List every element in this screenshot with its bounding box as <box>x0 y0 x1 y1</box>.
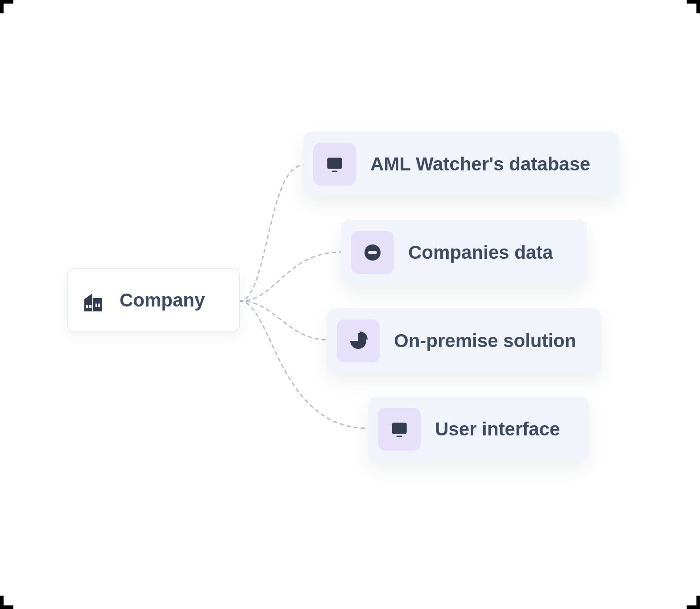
leaf-node-on-premise: On-premise solution <box>327 308 601 373</box>
svg-rect-4 <box>98 303 100 307</box>
frame-corner <box>0 596 4 609</box>
diagram-canvas: Company AML Watcher's database Companies… <box>0 0 700 609</box>
svg-rect-2 <box>89 305 91 308</box>
root-node-company: Company <box>67 268 240 332</box>
leaf-node-companies-data: Companies data <box>341 220 587 285</box>
root-node-label: Company <box>120 290 205 311</box>
leaf-node-user-interface: User interface <box>368 397 589 461</box>
leaf-node-label: AML Watcher's database <box>370 153 590 175</box>
frame-corner <box>0 0 13 4</box>
svg-rect-8 <box>368 251 377 254</box>
pie-icon <box>337 319 380 362</box>
monitor-icon <box>378 408 421 451</box>
building-icon <box>78 285 109 316</box>
frame-corner <box>687 0 700 4</box>
svg-rect-5 <box>327 157 342 169</box>
svg-rect-6 <box>332 170 338 172</box>
leaf-node-aml-database: AML Watcher's database <box>303 132 619 196</box>
leaf-node-label: User interface <box>435 418 560 440</box>
monitor-icon <box>313 143 356 186</box>
svg-rect-0 <box>93 298 102 311</box>
leaf-node-label: On-premise solution <box>394 330 576 352</box>
svg-rect-9 <box>392 423 406 434</box>
minus-circle-icon <box>351 231 394 274</box>
svg-rect-1 <box>86 305 88 308</box>
leaf-node-label: Companies data <box>408 242 553 263</box>
svg-rect-10 <box>397 435 402 437</box>
frame-corner <box>696 596 700 609</box>
svg-rect-3 <box>95 303 97 307</box>
